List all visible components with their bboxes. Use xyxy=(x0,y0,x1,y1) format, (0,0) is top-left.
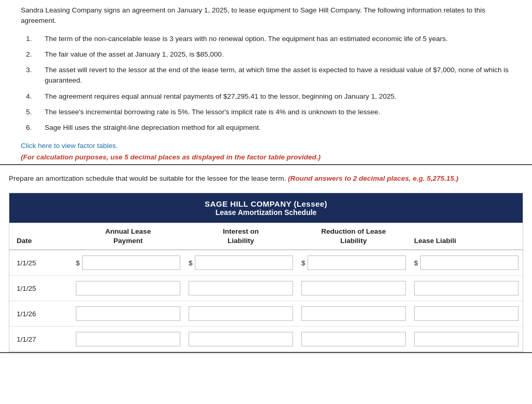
annual-payment-input-3[interactable] xyxy=(76,306,180,321)
interest-cell-1: $ xyxy=(184,255,297,270)
list-num-6: 6. xyxy=(26,123,45,133)
date-cell-2: 1/1/25 xyxy=(9,285,72,292)
list-item: 4. The agreement requires equal annual r… xyxy=(26,91,511,102)
list-num-4: 4. xyxy=(26,91,45,102)
list-text-1: The term of the non-cancelable lease is … xyxy=(45,34,511,44)
table-row: 1/1/25 $ $ $ $ xyxy=(9,250,523,276)
reduction-cell-3 xyxy=(297,306,410,321)
list-text-5: The lessee's incremental borrowing rate … xyxy=(45,107,511,117)
interest-cell-2 xyxy=(184,281,297,295)
reduction-cell-4 xyxy=(297,332,410,346)
list-text-2: The fair value of the asset at January 1… xyxy=(45,49,511,60)
liability-cell-2 xyxy=(410,281,523,295)
list-item: 6. Sage Hill uses the straight-line depr… xyxy=(26,123,511,133)
list-item: 2. The fair value of the asset at Januar… xyxy=(26,49,511,60)
liability-input-1[interactable] xyxy=(420,255,518,270)
intro-text: Sandra Leasing Company signs an agreemen… xyxy=(21,5,511,26)
liability-cell-1: $ xyxy=(410,255,523,270)
reduction-input-2[interactable] xyxy=(301,281,406,295)
link-section: Click here to view factor tables. xyxy=(21,141,511,150)
content-area: Sandra Leasing Company signs an agreemen… xyxy=(0,0,532,161)
column-headers: Date Annual LeasePayment Interest onLiab… xyxy=(9,223,523,251)
interest-cell-4 xyxy=(184,332,297,346)
liability-input-3[interactable] xyxy=(414,306,518,321)
interest-cell-3 xyxy=(184,306,297,321)
list-num-1: 1. xyxy=(26,34,45,44)
date-value-3: 1/1/26 xyxy=(17,310,36,318)
date-value-1: 1/1/25 xyxy=(17,259,36,267)
list-text-3: The asset will revert to the lessor at t… xyxy=(45,65,511,86)
table-row: 1/1/26 xyxy=(9,301,523,327)
list-items: 1. The term of the non-cancelable lease … xyxy=(26,34,511,133)
list-num-5: 5. xyxy=(26,107,45,117)
company-name: SAGE HILL COMPANY (Lessee) xyxy=(15,199,517,208)
round-note: (Round answers to 2 decimal places, e.g.… xyxy=(288,174,458,182)
annual-payment-cell-4 xyxy=(72,332,184,346)
reduction-input-3[interactable] xyxy=(301,306,406,321)
liability-cell-3 xyxy=(410,306,523,321)
annual-payment-input-4[interactable] xyxy=(76,332,180,346)
schedule-title: Lease Amortization Schedule xyxy=(15,208,517,217)
factor-table-link[interactable]: Click here to view factor tables. xyxy=(21,142,118,150)
annual-payment-cell-3 xyxy=(72,306,184,321)
reduction-cell-2 xyxy=(297,281,410,295)
date-cell-4: 1/1/27 xyxy=(9,335,72,343)
date-cell-3: 1/1/26 xyxy=(9,310,72,318)
annual-payment-input-2[interactable] xyxy=(76,281,180,295)
calculation-note: (For calculation purposes, use 5 decimal… xyxy=(21,153,321,161)
col-header-annual-lease: Annual LeasePayment xyxy=(72,227,184,247)
col-header-date: Date xyxy=(9,236,72,246)
interest-input-2[interactable] xyxy=(189,281,293,295)
data-rows: 1/1/25 $ $ $ $ xyxy=(9,250,523,352)
date-value-4: 1/1/27 xyxy=(17,335,36,343)
list-item: 1. The term of the non-cancelable lease … xyxy=(26,34,511,44)
list-item: 5. The lessee's incremental borrowing ra… xyxy=(26,107,511,117)
dollar-sign-3: $ xyxy=(301,259,305,267)
interest-input-1[interactable] xyxy=(195,255,293,270)
reduction-cell-1: $ xyxy=(297,255,410,270)
col-header-lease-liability: Lease Liabili xyxy=(410,236,523,246)
col-header-interest: Interest onLiability xyxy=(184,227,297,247)
list-text-6: Sage Hill uses the straight-line depreci… xyxy=(45,123,511,133)
interest-input-4[interactable] xyxy=(189,332,293,346)
annual-payment-input-1[interactable] xyxy=(82,255,180,270)
task-instruction-text: Prepare an amortization schedule that wo… xyxy=(9,174,286,182)
dollar-sign-2: $ xyxy=(189,259,193,267)
table-row: 1/1/25 xyxy=(9,276,523,301)
annual-payment-cell-1: $ xyxy=(72,255,184,270)
annual-payment-cell-2 xyxy=(72,281,184,295)
task-instruction: Prepare an amortization schedule that wo… xyxy=(9,173,523,184)
task-area: Prepare an amortization schedule that wo… xyxy=(0,164,532,353)
table-header: SAGE HILL COMPANY (Lessee) Lease Amortiz… xyxy=(9,193,523,223)
dollar-sign-1: $ xyxy=(76,259,80,267)
col-header-reduction: Reduction of LeaseLiability xyxy=(297,227,410,247)
table-row: 1/1/27 xyxy=(9,327,523,352)
date-value-2: 1/1/25 xyxy=(17,285,36,292)
reduction-input-4[interactable] xyxy=(301,332,406,346)
list-text-4: The agreement requires equal annual rent… xyxy=(45,91,511,102)
interest-input-3[interactable] xyxy=(189,306,293,321)
reduction-input-1[interactable] xyxy=(308,255,406,270)
list-item: 3. The asset will revert to the lessor a… xyxy=(26,65,511,86)
list-num-2: 2. xyxy=(26,49,45,60)
liability-input-2[interactable] xyxy=(414,281,518,295)
date-cell-1: 1/1/25 xyxy=(9,259,72,267)
liability-input-4[interactable] xyxy=(414,332,518,346)
list-num-3: 3. xyxy=(26,65,45,86)
liability-cell-4 xyxy=(410,332,523,346)
amortization-table: SAGE HILL COMPANY (Lessee) Lease Amortiz… xyxy=(9,193,523,353)
dollar-sign-4: $ xyxy=(414,259,418,267)
italic-note-section: (For calculation purposes, use 5 decimal… xyxy=(21,153,511,161)
